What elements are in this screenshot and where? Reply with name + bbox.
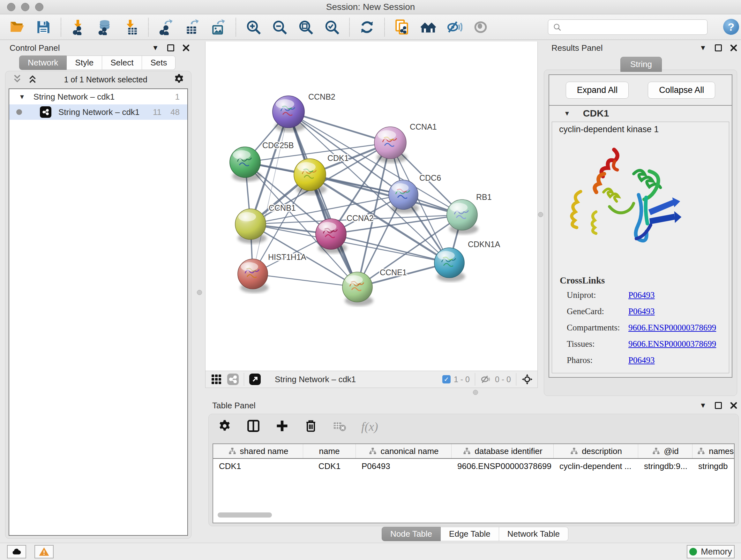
table-row[interactable]: CDK1CDK1P064939606.ENSP00000378699cyclin… xyxy=(213,459,734,474)
hide-selected-icon[interactable] xyxy=(446,18,463,36)
table-panel-float-icon[interactable] xyxy=(714,401,723,410)
tab-edge-table[interactable]: Edge Table xyxy=(441,527,499,541)
home-icon[interactable] xyxy=(419,18,437,36)
table-cell[interactable]: 9606.ENSP00000378699 xyxy=(452,461,554,471)
table-panel-close-icon[interactable] xyxy=(730,401,738,410)
column-header-name[interactable]: name xyxy=(303,444,356,458)
crosslink-link[interactable]: P06493 xyxy=(628,355,655,365)
tab-network-table[interactable]: Network Table xyxy=(499,527,568,541)
import-network-icon[interactable] xyxy=(70,18,87,36)
control-panel-menu-icon[interactable]: ▼ xyxy=(151,44,159,52)
network-node-CDKN1A[interactable] xyxy=(434,248,465,282)
refresh-icon[interactable] xyxy=(358,18,376,36)
zoom-fit-icon[interactable] xyxy=(297,18,315,36)
table-cell[interactable]: stringdb xyxy=(692,461,735,471)
results-panel-close-icon[interactable] xyxy=(730,44,738,52)
column-header-namespace[interactable]: namespace xyxy=(692,444,735,458)
network-node-CCNA1[interactable] xyxy=(374,127,407,163)
node-table[interactable]: shared namenamecanonical namedatabase id… xyxy=(212,443,735,523)
crosslink-link[interactable]: P06493 xyxy=(628,290,655,300)
column-header-shared-name[interactable]: shared name xyxy=(213,444,303,458)
gene-expander-icon[interactable]: ▼ xyxy=(564,110,570,117)
network-row[interactable]: String Network – cdk1 11 48 xyxy=(9,105,187,120)
table-horizontal-scrollbar[interactable] xyxy=(218,512,272,517)
network-node-RB1[interactable] xyxy=(447,199,478,234)
column-header-canonical-name[interactable]: canonical name xyxy=(356,444,452,458)
export-image-icon[interactable] xyxy=(209,18,227,36)
show-all-icon[interactable] xyxy=(472,18,489,36)
help-button[interactable]: ? xyxy=(723,19,739,35)
network-options-gear-icon[interactable] xyxy=(173,73,185,86)
collection-expander-icon[interactable]: ▼ xyxy=(19,93,25,101)
selected-nodes-checkbox[interactable]: ✓ xyxy=(442,375,451,383)
crosslink-label: Tissues: xyxy=(560,339,628,349)
network-node-CCNB1[interactable] xyxy=(235,209,267,244)
bottom-splitter-grip[interactable] xyxy=(473,390,478,395)
table-cell[interactable]: CDK1 xyxy=(303,461,356,471)
left-splitter-grip[interactable] xyxy=(197,290,202,295)
right-splitter-grip[interactable] xyxy=(538,212,543,217)
import-table-icon[interactable] xyxy=(122,18,140,36)
crosslink-link[interactable]: 9606.ENSP00000378699 xyxy=(628,323,716,333)
hidden-items-icon[interactable] xyxy=(480,374,492,385)
table-cell[interactable]: stringdb:9... xyxy=(638,461,692,471)
network-canvas[interactable]: CCNB2CCNA1CDC25BCDK1CDC6RB1CCNB1CCNA2CDK… xyxy=(205,42,538,371)
control-panel-close-icon[interactable] xyxy=(182,44,190,52)
column-header-database-identifier[interactable]: database identifier xyxy=(452,444,554,458)
export-table-icon[interactable] xyxy=(183,18,201,36)
network-edge[interactable] xyxy=(253,112,288,274)
tab-node-table[interactable]: Node Table xyxy=(382,527,441,541)
tab-style[interactable]: Style xyxy=(67,56,102,70)
fit-selected-crosshair-icon[interactable] xyxy=(522,374,533,385)
tab-string[interactable]: String xyxy=(620,57,662,72)
network-node-CDC25B[interactable] xyxy=(230,147,261,182)
table-panel-menu-icon[interactable]: ▼ xyxy=(699,401,707,410)
network-node-CCNE1[interactable] xyxy=(342,272,374,306)
results-panel-menu-icon[interactable]: ▼ xyxy=(699,44,707,52)
clone-network-icon[interactable] xyxy=(393,18,411,36)
search-input[interactable] xyxy=(565,20,707,35)
collapse-all-networks-icon[interactable] xyxy=(12,73,23,85)
tab-select[interactable]: Select xyxy=(102,56,142,70)
export-network-icon[interactable] xyxy=(157,18,175,36)
zoom-selected-icon[interactable] xyxy=(323,18,341,36)
table-cell[interactable]: P06493 xyxy=(356,461,452,471)
expand-all-networks-icon[interactable] xyxy=(27,73,38,85)
collapse-all-button[interactable]: Collapse All xyxy=(648,82,715,99)
column-header-@id[interactable]: @id xyxy=(638,444,692,458)
add-column-icon[interactable] xyxy=(275,419,289,434)
save-session-icon[interactable] xyxy=(35,18,52,36)
open-session-icon[interactable] xyxy=(8,18,26,36)
network-node-CCNB2[interactable] xyxy=(273,96,306,132)
network-node-HIST1H1A[interactable] xyxy=(238,259,269,293)
zoom-in-icon[interactable] xyxy=(245,18,262,36)
table-options-gear-icon[interactable] xyxy=(218,419,232,434)
network-edge[interactable] xyxy=(253,274,357,287)
network-edge[interactable] xyxy=(331,234,449,263)
table-cell[interactable]: cyclin-dependent ... xyxy=(554,461,638,471)
string-view-icon[interactable] xyxy=(227,374,239,385)
results-panel-float-icon[interactable] xyxy=(714,44,723,52)
birds-eye-view-icon[interactable] xyxy=(211,374,222,385)
tab-network[interactable]: Network xyxy=(19,56,67,70)
crosslink-link[interactable]: P06493 xyxy=(628,307,655,316)
memory-button[interactable]: Memory xyxy=(687,545,735,558)
open-in-window-icon[interactable] xyxy=(249,374,261,385)
expand-all-button[interactable]: Expand All xyxy=(566,82,629,99)
crosslink-link[interactable]: 9606.ENSP00000378699 xyxy=(628,339,716,349)
network-node-CDK1[interactable] xyxy=(294,159,327,195)
control-panel-float-icon[interactable] xyxy=(166,44,175,52)
column-header-description[interactable]: description xyxy=(554,444,638,458)
zoom-out-icon[interactable] xyxy=(271,18,288,36)
import-network-from-database-icon[interactable] xyxy=(96,18,114,36)
network-collection-row[interactable]: ▼ String Network – cdk1 1 xyxy=(9,89,187,105)
table-cell[interactable]: CDK1 xyxy=(213,461,303,471)
show-columns-icon[interactable] xyxy=(246,419,260,434)
warnings-button[interactable] xyxy=(35,545,54,558)
tab-sets[interactable]: Sets xyxy=(142,56,176,70)
network-node-CCNA2[interactable] xyxy=(316,219,347,253)
string-network-graph[interactable]: CCNB2CCNA1CDC25BCDK1CDC6RB1CCNB1CCNA2CDK… xyxy=(205,42,537,370)
cloud-status-button[interactable] xyxy=(7,545,26,558)
delete-column-icon[interactable] xyxy=(304,419,318,434)
network-node-CDC6[interactable] xyxy=(389,180,419,213)
